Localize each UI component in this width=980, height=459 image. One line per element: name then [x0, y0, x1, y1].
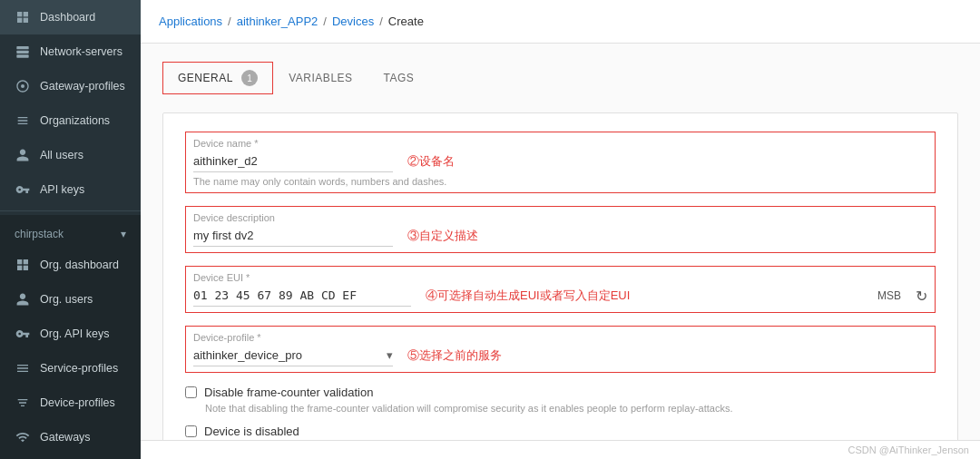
- sidebar: Dashboard Network-servers Gateway-profil…: [0, 0, 141, 459]
- sidebar-item-device-profiles[interactable]: Device-profiles: [0, 386, 141, 420]
- sidebar-item-label: Network-servers: [40, 45, 122, 58]
- sidebar-item-label: Org. dashboard: [40, 259, 119, 271]
- api-keys-icon: [15, 181, 31, 198]
- device-disabled-group: Device is disabled ChirpStack Network Se…: [185, 425, 936, 440]
- frame-counter-row: Disable frame-counter validation: [185, 386, 936, 399]
- svg-rect-2: [17, 18, 22, 23]
- org-header[interactable]: chirpstack ▾: [0, 220, 141, 248]
- server-icon: [15, 44, 31, 60]
- sidebar-item-label: Org. API keys: [40, 327, 109, 340]
- sidebar-item-org-dashboard[interactable]: Org. dashboard: [0, 248, 141, 282]
- device-eui-label: Device EUI *: [193, 272, 927, 283]
- svg-rect-8: [17, 259, 22, 264]
- device-desc-input[interactable]: my first dv2: [193, 225, 393, 247]
- device-disabled-label[interactable]: Device is disabled: [204, 425, 299, 438]
- sidebar-item-gateway-profiles[interactable]: Gateway-profiles: [0, 69, 141, 103]
- svg-rect-4: [16, 46, 28, 49]
- service-profiles-icon: [15, 360, 31, 376]
- sidebar-item-label: API keys: [40, 183, 84, 196]
- svg-rect-9: [24, 259, 28, 264]
- org-name: chirpstack: [15, 228, 64, 240]
- breadcrumb-sep-3: /: [379, 15, 383, 28]
- org-dashboard-icon: [15, 257, 31, 273]
- device-name-input[interactable]: aithinker_d2: [193, 151, 393, 172]
- device-profile-value: aithinker_device_pro: [193, 348, 302, 362]
- svg-rect-3: [24, 18, 28, 23]
- sidebar-item-label: Dashboard: [40, 11, 95, 24]
- breadcrumb-devices[interactable]: Devices: [332, 15, 374, 28]
- device-desc-annotation: ③自定义描述: [407, 228, 478, 244]
- device-eui-group: Device EUI * 01 23 45 67 89 AB CD EF ④可选…: [185, 266, 936, 313]
- device-profile-label: Device-profile *: [193, 332, 927, 343]
- device-profile-annotation: ⑤选择之前的服务: [407, 347, 502, 364]
- svg-rect-1: [24, 12, 28, 16]
- svg-rect-5: [16, 51, 28, 54]
- device-profiles-icon: [15, 395, 31, 411]
- breadcrumb-applications[interactable]: Applications: [159, 15, 222, 28]
- tab-general[interactable]: GENERAL 1: [162, 62, 273, 94]
- device-name-group: Device name * aithinker_d2 ②设备名 The name…: [185, 132, 936, 193]
- sidebar-item-org-api-keys[interactable]: Org. API keys: [0, 317, 141, 351]
- sidebar-item-applications[interactable]: Applications: [0, 454, 141, 459]
- sidebar-item-label: Gateway-profiles: [40, 80, 125, 93]
- device-disabled-row: Device is disabled: [185, 425, 936, 438]
- device-desc-label: Device description: [193, 212, 927, 223]
- device-disabled-checkbox[interactable]: [185, 425, 197, 437]
- device-desc-group: Device description my first dv2 ③自定义描述: [185, 206, 936, 253]
- breadcrumb-app-name[interactable]: aithinker_APP2: [237, 15, 318, 28]
- frame-counter-checkbox[interactable]: [185, 386, 197, 398]
- tab-number: 1: [241, 70, 258, 86]
- breadcrumb-sep-1: /: [228, 15, 231, 28]
- sidebar-main-items: Dashboard Network-servers Gateway-profil…: [0, 0, 141, 207]
- gateways-icon: [15, 429, 31, 445]
- device-name-hint: The name may only contain words, numbers…: [193, 176, 927, 187]
- chevron-down-icon: ▾: [121, 228, 126, 240]
- svg-rect-10: [17, 266, 22, 270]
- tab-variables[interactable]: VARIABLES: [273, 63, 368, 93]
- device-name-annotation: ②设备名: [407, 153, 455, 170]
- users-icon: [15, 147, 31, 163]
- sidebar-item-network-servers[interactable]: Network-servers: [0, 34, 141, 69]
- top-nav: Applications / aithinker_APP2 / Devices …: [141, 0, 980, 44]
- device-eui-annotation: ④可选择自动生成EUI或者写入自定EUI: [426, 288, 630, 304]
- sidebar-item-api-keys[interactable]: API keys: [0, 172, 141, 207]
- tabs-row: GENERAL 1 VARIABLES TAGS: [162, 62, 958, 94]
- breadcrumb: Applications / aithinker_APP2 / Devices …: [159, 15, 424, 28]
- device-profile-group: Device-profile * aithinker_device_pro ▾ …: [185, 326, 936, 373]
- tab-tags[interactable]: TAGS: [368, 63, 430, 93]
- content-area: GENERAL 1 VARIABLES TAGS Device name * a…: [141, 44, 980, 440]
- sidebar-item-service-profiles[interactable]: Service-profiles: [0, 351, 141, 386]
- sidebar-item-label: Organizations: [40, 114, 110, 127]
- org-users-icon: [15, 291, 31, 308]
- sidebar-item-label: Device-profiles: [40, 396, 115, 409]
- device-name-label: Device name *: [193, 138, 927, 149]
- device-eui-input[interactable]: 01 23 45 67 89 AB CD EF: [193, 285, 411, 307]
- organizations-icon: [15, 112, 31, 129]
- frame-counter-group: Disable frame-counter validation Note th…: [185, 386, 936, 414]
- sidebar-item-label: Gateways: [40, 431, 91, 444]
- dropdown-arrow-icon: ▾: [387, 348, 393, 362]
- gateway-icon: [15, 78, 31, 94]
- sidebar-item-all-users[interactable]: All users: [0, 138, 141, 172]
- svg-point-7: [21, 84, 24, 88]
- frame-counter-label[interactable]: Disable frame-counter validation: [204, 386, 373, 399]
- svg-rect-6: [16, 54, 28, 57]
- dashboard-icon: [15, 9, 31, 25]
- sidebar-item-label: All users: [40, 149, 83, 161]
- sidebar-item-dashboard[interactable]: Dashboard: [0, 0, 141, 34]
- sidebar-item-label: Org. users: [40, 293, 93, 306]
- footer-note: CSDN @AiThinker_Jenson: [141, 440, 980, 459]
- sidebar-item-organizations[interactable]: Organizations: [0, 103, 141, 138]
- form-section: Device name * aithinker_d2 ②设备名 The name…: [162, 112, 958, 440]
- org-api-keys-icon: [15, 326, 31, 342]
- frame-counter-hint: Note that disabling the frame-counter va…: [205, 403, 936, 414]
- svg-rect-11: [24, 266, 28, 270]
- sidebar-item-gateways[interactable]: Gateways: [0, 420, 141, 454]
- main-content: Applications / aithinker_APP2 / Devices …: [141, 0, 980, 459]
- svg-rect-0: [17, 12, 22, 16]
- sidebar-item-label: Service-profiles: [40, 362, 118, 375]
- refresh-icon[interactable]: ↻: [916, 288, 927, 305]
- sidebar-item-org-users[interactable]: Org. users: [0, 282, 141, 317]
- breadcrumb-sep-2: /: [323, 15, 327, 28]
- eui-msb-label: MSB: [877, 289, 901, 302]
